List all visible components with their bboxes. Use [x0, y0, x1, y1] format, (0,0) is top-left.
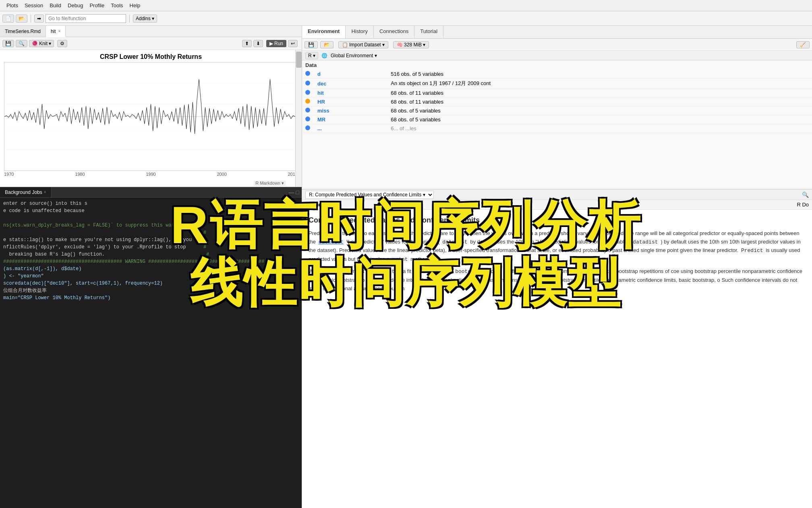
x-label-1990: 1990 — [146, 172, 155, 177]
doc-text-8: is a fit object created by — [398, 268, 454, 274]
scroll-down-button[interactable]: ⬇ — [253, 40, 263, 47]
x-label-1980: 1980 — [75, 172, 85, 177]
documentation-content: Compute Predicted Values and Confidence … — [302, 210, 812, 508]
tab-background-jobs[interactable]: Background Jobs × — [0, 187, 52, 197]
maximize-console-icon[interactable]: □ — [296, 189, 299, 196]
run-button[interactable]: ▶ Run — [266, 40, 286, 47]
menu-profile[interactable]: Profile — [86, 2, 108, 9]
menu-debug[interactable]: Debug — [64, 2, 86, 9]
hit-circle — [305, 90, 310, 95]
settings-button[interactable]: ⚙ — [57, 40, 67, 47]
go-to-file-button[interactable]: ➡ — [34, 15, 44, 23]
main-layout: TimeSeries.Rmd hit × 💾 🔍 🧶 Knit ▾ ⚙ ⬆ ⬇ … — [0, 26, 812, 508]
plot-scrollbar[interactable] — [295, 50, 302, 187]
import-dataset-button[interactable]: 📋 Import Dataset ▾ — [338, 41, 388, 48]
data-row-more[interactable]: ... 6... of ...les — [302, 124, 812, 133]
menu-build[interactable]: Build — [46, 2, 64, 9]
hr-varname[interactable]: HR — [314, 98, 387, 106]
console-line-4: ns(xts.warn_dplyr_breaks_lag = FALSE)` t… — [3, 222, 298, 229]
hit-tab-close[interactable]: × — [58, 29, 61, 33]
search-button[interactable]: 🔍 — [16, 40, 27, 47]
tab-history[interactable]: History — [346, 26, 373, 38]
dec-varname[interactable]: dec — [314, 79, 387, 89]
tab-tutorial[interactable]: Tutorial — [414, 26, 443, 38]
console-line-code3: scoredata(dec)["dec10"], start=c(1967,1)… — [3, 280, 298, 287]
knit-button[interactable]: 🧶 Knit ▾ — [29, 40, 54, 47]
console-line-code2: ) <- "yearmon" — [3, 273, 298, 280]
data-row-dec[interactable]: dec An xts object on 1月 1967 / 12月 2009 … — [302, 79, 812, 89]
hit-tab-label: hit — [51, 29, 56, 34]
r-markdown-label[interactable]: R Markdown ▾ — [254, 181, 286, 186]
memory-button[interactable]: 🧠 328 MiB ▾ — [393, 41, 429, 48]
right-panel: Environment History Connections Tutorial… — [302, 26, 812, 508]
main-toolbar: 📄 📂 ➡ Addins ▾ — [0, 11, 812, 26]
menu-help[interactable]: Help — [126, 2, 144, 9]
load-env-button[interactable]: 📂 — [320, 41, 334, 48]
save-button[interactable]: 💾 — [2, 40, 14, 47]
tab-hit[interactable]: hit × — [46, 26, 66, 37]
r-label[interactable]: R ▾ — [305, 52, 318, 59]
doc-inline-datadist-3: datadist — [632, 239, 659, 246]
go-to-file-input[interactable] — [46, 14, 126, 23]
x-label-2000: 2000 — [217, 172, 226, 177]
plot-scrollbar-thumb[interactable] — [296, 52, 302, 68]
bottom-tabs: Background Jobs × — □ — [0, 187, 302, 198]
rerun-button[interactable]: ↩ — [288, 40, 298, 47]
toolbar-separator-1 — [31, 15, 31, 23]
doc-text-2: "Low:prediction" values for the variable… — [346, 239, 440, 245]
miss-circle — [305, 108, 310, 112]
data-row-hr[interactable]: HR 68 obs. of 11 variables — [302, 98, 812, 106]
console-line-code1: (as.matrix(d[,-1]), d$date) — [3, 265, 298, 273]
d-circle — [305, 71, 310, 76]
more-circle — [305, 125, 310, 130]
hit-varname[interactable]: hit — [314, 89, 387, 98]
console-line-7: nflictRules('dplyr', exclude = 'lag') to… — [3, 244, 298, 251]
save-env-button[interactable]: 💾 — [304, 41, 318, 48]
global-env-label[interactable]: Global Environment ▾ — [331, 53, 377, 58]
menu-plots[interactable]: Plots — [3, 2, 21, 9]
x-label-1970: 1970 — [4, 172, 14, 177]
left-panel: TimeSeries.Rmd hit × 💾 🔍 🧶 Knit ▾ ⚙ ⬆ ⬇ … — [0, 26, 302, 508]
import-label: Import Dataset ▾ — [349, 42, 385, 48]
predict-dropdown[interactable]: R: Compute Predicted Values and Confiden… — [305, 191, 434, 199]
menu-tools[interactable]: Tools — [108, 2, 126, 9]
doc-inline-predict-2: Predict — [372, 268, 396, 275]
doc-inline-predict: Predict — [740, 247, 764, 254]
env-row: R ▾ 🌐 Global Environment ▾ — [302, 51, 812, 60]
data-row-hit[interactable]: hit 68 obs. of 11 variables — [302, 89, 812, 98]
tab-connections[interactable]: Connections — [374, 26, 414, 38]
console-line-warning: ########################################… — [3, 258, 298, 265]
console-line-1: enter or source() into this s — [3, 200, 298, 207]
scroll-up-button[interactable]: ⬆ — [242, 40, 252, 47]
doc-inline-bootcov: bootcov — [454, 268, 478, 275]
tab-environment[interactable]: Environment — [302, 26, 346, 38]
r-doc-label: R Do — [797, 202, 809, 208]
console-line-2: e code is unaffected because — [3, 207, 298, 214]
broom-button[interactable]: 🧹 — [796, 41, 810, 48]
doc-inline-print: print — [391, 256, 409, 263]
predict-label: Predict {rms} — [305, 202, 338, 208]
new-file-button[interactable]: 📄 — [2, 15, 14, 23]
knit-icon: 🧶 — [32, 41, 38, 46]
mr-varname[interactable]: MR — [314, 115, 387, 124]
doc-text-6: method. — [410, 256, 429, 262]
mr-description: 68 obs. of 5 variables — [387, 115, 812, 124]
console-line-chinese: 位组合月对数收益率 — [3, 287, 298, 294]
data-section-label: Data — [302, 60, 812, 70]
data-row-d[interactable]: d 516 obs. of 5 variables — [302, 70, 812, 79]
minimize-console-icon[interactable]: — — [289, 189, 294, 196]
d-varname[interactable]: d — [314, 70, 387, 79]
menu-session[interactable]: Session — [21, 2, 46, 9]
console-line-6: e stats::lag() to make sure you're not u… — [3, 236, 298, 244]
background-jobs-close[interactable]: × — [44, 190, 46, 194]
data-row-mr[interactable]: MR 68 obs. of 5 variables — [302, 115, 812, 124]
bottom-left-panel: Background Jobs × — □ enter or source() … — [0, 187, 302, 508]
doc-link-datadist-1[interactable]: datadist — [317, 239, 345, 246]
search-icon-help[interactable]: 🔍 — [802, 192, 809, 198]
data-row-miss[interactable]: miss 68 obs. of 5 variables — [302, 106, 812, 115]
open-file-button[interactable]: 📂 — [16, 15, 27, 23]
env-data-section: Data d 516 obs. of 5 variables dec An xt… — [302, 60, 812, 189]
addins-button[interactable]: Addins ▾ — [133, 15, 157, 23]
tab-timeseries-rmd[interactable]: TimeSeries.Rmd — [0, 26, 46, 37]
miss-varname[interactable]: miss — [314, 106, 387, 115]
